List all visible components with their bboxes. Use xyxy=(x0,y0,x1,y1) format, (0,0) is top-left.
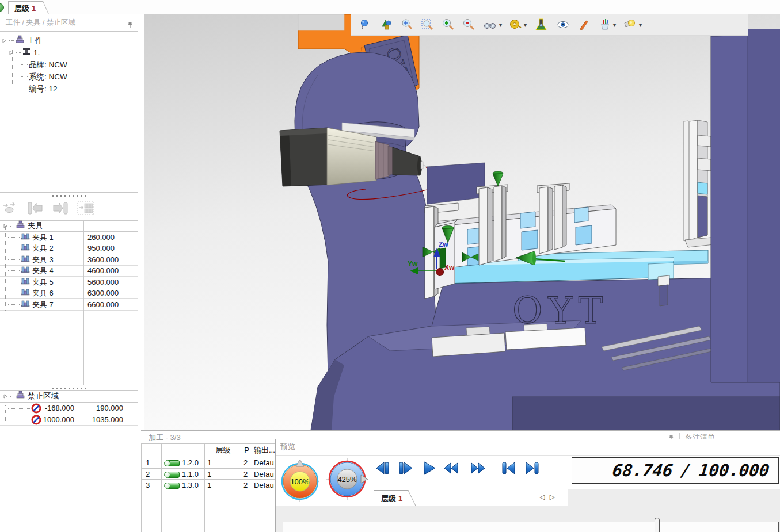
flashlight-icon[interactable]: ▾ xyxy=(621,17,644,32)
measure-icon[interactable]: ▾ xyxy=(507,17,528,32)
tree-label: 品牌: NCW xyxy=(29,59,67,71)
forbidden-row[interactable]: 1000.000 1035.000 xyxy=(0,414,138,426)
row-number: 2 xyxy=(146,469,150,480)
fixture-row[interactable]: 夹具 6 6300.000 xyxy=(0,288,138,300)
fixture-row[interactable]: 夹具 2 950.000 xyxy=(0,243,138,255)
transport-separator xyxy=(493,462,493,477)
zoom-dial[interactable]: 425% xyxy=(325,457,369,503)
move-left-icon[interactable] xyxy=(26,201,44,217)
expander-icon[interactable] xyxy=(3,390,8,403)
fixture-value: 6300.000 xyxy=(87,288,119,298)
tree-node-part[interactable]: 1. xyxy=(0,47,138,59)
no-entry-icon xyxy=(31,415,41,427)
viewport-3d[interactable]: OYT xyxy=(144,14,780,430)
axis-label-xw: Xw xyxy=(444,263,455,271)
expander-icon[interactable] xyxy=(9,47,14,59)
forbidden-root-row[interactable]: 禁止区域 xyxy=(0,390,138,403)
zoom-window-icon[interactable] xyxy=(419,17,436,32)
zoom-out-icon[interactable] xyxy=(461,17,478,32)
progress-separator: / xyxy=(680,461,693,480)
fixture-row[interactable]: 夹具 1 260.000 xyxy=(0,232,138,243)
playback-controls xyxy=(374,460,541,479)
row-output: Defau xyxy=(254,480,277,491)
fixtures-table-empty-area xyxy=(0,311,138,385)
preview-tab-level-1[interactable]: 层级1 xyxy=(374,490,405,506)
zoom-dynamic-icon[interactable] xyxy=(398,17,416,32)
fixture-row[interactable]: 夹具 7 6600.000 xyxy=(0,299,138,311)
status-badge-icon xyxy=(167,472,180,478)
tree-node-brand[interactable]: 品牌: NCW xyxy=(0,59,138,71)
tree-label: 1. xyxy=(33,47,40,59)
fixture-icon xyxy=(21,265,30,276)
dropdown-caret-icon[interactable]: ▾ xyxy=(613,22,616,28)
orbit-icon[interactable] xyxy=(357,17,374,32)
fixture-icon xyxy=(21,243,30,254)
tree-node-system[interactable]: 系统: NCW xyxy=(0,71,138,83)
dropdown-caret-icon[interactable]: ▾ xyxy=(524,22,527,28)
play-icon[interactable] xyxy=(420,460,438,479)
fixture-value: 4600.000 xyxy=(87,265,119,276)
machine-saddle xyxy=(427,163,485,204)
row-output: Defau xyxy=(254,469,277,480)
visibility-icon[interactable] xyxy=(554,17,572,32)
row-level: 1 xyxy=(207,480,211,491)
tree-node-number[interactable]: 编号: 12 xyxy=(0,83,138,95)
tab-level-1[interactable]: 层级1 xyxy=(8,1,39,14)
column-header-p[interactable]: P xyxy=(242,445,252,456)
go-to-start-icon[interactable] xyxy=(500,460,518,479)
find-icon[interactable]: ▾ xyxy=(481,17,504,32)
expander-icon[interactable] xyxy=(3,220,8,232)
timeline-track[interactable] xyxy=(283,522,779,532)
step-forward-icon[interactable] xyxy=(397,460,415,479)
column-header-output[interactable]: 输出... xyxy=(254,445,277,456)
move-right-icon[interactable] xyxy=(52,201,69,217)
fixture-row[interactable]: 夹具 5 5600.000 xyxy=(0,277,138,288)
fixture-name: 夹具 6 xyxy=(32,288,54,298)
tree-node-workpiece[interactable]: 工件 xyxy=(0,35,138,47)
part-icon xyxy=(22,47,31,59)
fixture-name: 夹具 2 xyxy=(32,243,54,254)
timeline-slider-handle[interactable] xyxy=(655,518,660,532)
fixture-name: 夹具 3 xyxy=(32,254,54,265)
column-header-level[interactable]: 层级 xyxy=(204,445,242,456)
dropdown-caret-icon[interactable]: ▾ xyxy=(499,22,502,28)
expander-icon[interactable] xyxy=(2,35,7,47)
fixture-row[interactable]: 夹具 3 3600.000 xyxy=(0,254,138,266)
fixtures-header-label: 夹具 xyxy=(28,220,43,232)
copy-to-table-icon[interactable] xyxy=(77,201,94,217)
fast-backward-icon[interactable] xyxy=(443,460,462,479)
fixture-name: 夹具 5 xyxy=(32,277,54,288)
go-to-end-icon[interactable] xyxy=(523,460,541,479)
row-version: 1.1.0 xyxy=(167,469,199,480)
fixture-icon xyxy=(21,277,30,288)
row-level: 1 xyxy=(207,469,211,480)
axis-label-zw: Zw xyxy=(439,240,448,248)
forbidden-row[interactable]: -168.000 190.000 xyxy=(0,403,138,414)
probe-icon[interactable] xyxy=(532,17,550,32)
row-output: Defau xyxy=(254,457,277,468)
fixture-value: 950.000 xyxy=(87,243,115,254)
tab-scroll-arrows[interactable]: ◁▷ xyxy=(540,493,560,501)
zoom-in-icon[interactable] xyxy=(440,17,457,32)
fixture-value: 6600.000 xyxy=(87,299,119,310)
fixtures-root-row[interactable]: 夹具 xyxy=(0,220,138,232)
document-tab-bar: 层级1 xyxy=(0,0,780,14)
paint-icon[interactable] xyxy=(576,17,593,32)
fixture-row[interactable]: 夹具 4 4600.000 xyxy=(0,266,138,277)
dropdown-caret-icon[interactable]: ▾ xyxy=(639,22,642,28)
row-version: 1.2.0 xyxy=(167,457,199,468)
step-back-icon[interactable] xyxy=(374,460,392,479)
forbidden-value-1: 1000.000 xyxy=(43,415,74,424)
annotate-icon[interactable]: ▾ xyxy=(596,17,618,32)
row-p: 2 xyxy=(243,480,248,491)
row-level: 1 xyxy=(207,457,211,468)
transfer-fixture-icon[interactable] xyxy=(2,201,18,217)
tree-label: 工件 xyxy=(27,35,43,47)
orient-views-icon[interactable] xyxy=(378,17,395,32)
panel-splitter[interactable] xyxy=(0,193,138,198)
fast-forward-icon[interactable] xyxy=(467,460,486,479)
row-p: 2 xyxy=(243,469,248,480)
row-p: 2 xyxy=(243,457,248,468)
speed-dial[interactable]: 100% xyxy=(279,456,321,505)
machine-simulation-canvas[interactable]: OYT xyxy=(144,14,780,430)
